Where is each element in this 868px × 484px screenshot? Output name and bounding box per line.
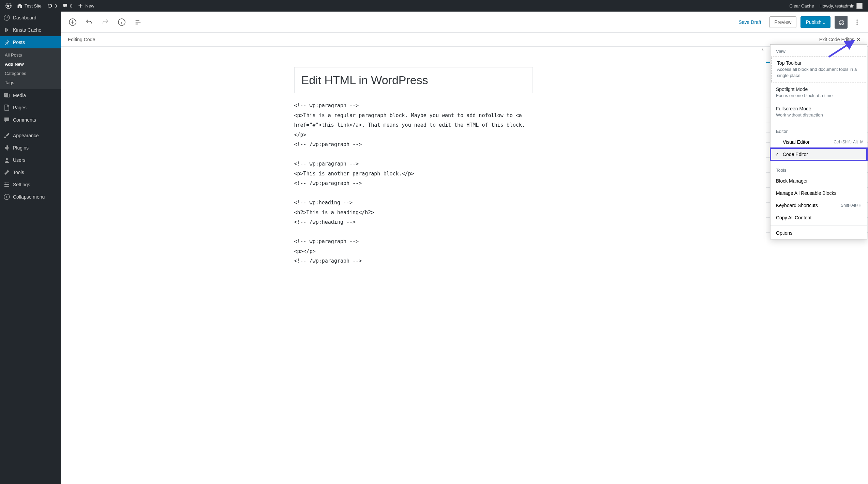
block-manager-option[interactable]: Block Manager [770, 175, 867, 187]
comments-link[interactable]: 0 [60, 0, 75, 12]
site-name-link[interactable]: Test Site [14, 0, 44, 12]
check-icon: ✓ [774, 152, 780, 157]
submenu-all-posts[interactable]: All Posts [0, 50, 61, 60]
spotlight-option[interactable]: Spotlight Mode Focus on one block at a t… [770, 83, 867, 102]
comments-count: 0 [70, 3, 72, 9]
menu-comments[interactable]: Comments [0, 114, 61, 126]
wrench-icon [3, 169, 10, 176]
keyboard-shortcuts-option[interactable]: Keyboard Shortcuts Shift+Alt+H [770, 199, 867, 212]
menu-dashboard[interactable]: Dashboard [0, 12, 61, 24]
admin-bar: Test Site 3 0 New Clear Cache Howdy, tes… [0, 0, 868, 12]
comments-icon [3, 116, 10, 123]
save-draft-button[interactable]: Save Draft [734, 17, 765, 28]
submenu-categories[interactable]: Categories [0, 69, 61, 78]
dashboard-icon [3, 14, 10, 21]
svg-point-2 [6, 158, 8, 160]
view-section-label: View [770, 45, 867, 56]
clear-cache-link[interactable]: Clear Cache [787, 0, 817, 12]
check-icon [774, 139, 780, 145]
menu-pages[interactable]: Pages [0, 102, 61, 114]
new-label: New [85, 3, 94, 9]
editor-header: Save Draft Preview Publish... [61, 12, 868, 33]
menu-media[interactable]: Media [0, 89, 61, 102]
code-textarea[interactable]: <!-- wp:paragraph --> <p>This is a regul… [294, 101, 533, 271]
fullscreen-option[interactable]: Fullscreen Mode Work without distraction [770, 103, 867, 122]
more-menu-button[interactable] [852, 16, 863, 29]
submenu-add-new[interactable]: Add New [0, 60, 61, 69]
collapse-icon [3, 193, 10, 200]
wp-logo[interactable] [3, 0, 14, 12]
info-button[interactable] [116, 16, 128, 28]
top-toolbar-option[interactable]: Top Toolbar Access all block and documen… [772, 57, 866, 82]
code-editor-notice: Editing Code Exit Code Editor [61, 33, 868, 47]
avatar [856, 3, 863, 9]
svg-point-3 [5, 183, 6, 184]
howdy-link[interactable]: Howdy, testadmin [817, 0, 865, 12]
keyboard-shortcut: Shift+Alt+H [841, 203, 862, 208]
menu-plugins[interactable]: Plugins [0, 142, 61, 154]
code-editor-option[interactable]: ✓Code Editor [770, 148, 867, 160]
outline-button[interactable] [132, 16, 144, 28]
menu-kinsta[interactable]: Kinsta Cache [0, 24, 61, 36]
svg-point-10 [856, 21, 858, 23]
undo-button[interactable] [83, 16, 95, 28]
site-name: Test Site [25, 3, 42, 9]
pages-icon [3, 104, 10, 111]
updates-link[interactable]: 3 [44, 0, 60, 12]
posts-submenu: All Posts Add New Categories Tags [0, 48, 61, 89]
keyboard-shortcut: Ctrl+Shift+Alt+M [834, 140, 864, 144]
svg-point-9 [856, 19, 858, 21]
brush-icon [3, 132, 10, 139]
pin-icon [3, 39, 10, 46]
exit-code-editor-button[interactable]: Exit Code Editor [819, 37, 861, 42]
editor: Save Draft Preview Publish... Editing Co… [61, 12, 868, 484]
svg-point-4 [8, 184, 9, 185]
menu-appearance[interactable]: Appearance [0, 129, 61, 142]
svg-point-6 [4, 194, 10, 200]
media-icon [3, 92, 10, 99]
tools-section-label: Tools [770, 163, 867, 175]
preview-button[interactable]: Preview [769, 16, 797, 28]
menu-settings[interactable]: Settings [0, 178, 61, 191]
more-menu-dropdown: View Top Toolbar Access all block and do… [770, 44, 867, 239]
menu-collapse[interactable]: Collapse menu [0, 191, 61, 203]
sliders-icon [3, 181, 10, 188]
updates-count: 3 [55, 3, 57, 9]
scroll-up-icon: ▲ [761, 47, 764, 51]
post-title-input[interactable] [294, 67, 533, 93]
close-icon [856, 37, 861, 42]
admin-sidebar: Dashboard Kinsta Cache Posts All Posts A… [0, 12, 61, 484]
copy-all-option[interactable]: Copy All Content [770, 212, 867, 224]
submenu-tags[interactable]: Tags [0, 78, 61, 87]
plug-icon [3, 144, 10, 151]
settings-toggle-button[interactable] [835, 16, 848, 29]
options-option[interactable]: Options [770, 227, 867, 239]
menu-tools[interactable]: Tools [0, 166, 61, 178]
user-icon [3, 157, 10, 163]
publish-button[interactable]: Publish... [800, 16, 830, 28]
redo-button[interactable] [99, 16, 111, 28]
svg-point-5 [6, 186, 7, 187]
new-link[interactable]: New [75, 0, 97, 12]
kinsta-icon [3, 27, 10, 33]
editor-section-label: Editor [770, 125, 867, 136]
visual-editor-option[interactable]: Visual Editor Ctrl+Shift+Alt+M [770, 136, 867, 148]
editor-content: ▲ <!-- wp:paragraph --> <p>This is a reg… [61, 47, 766, 484]
editing-code-label: Editing Code [68, 37, 95, 42]
add-block-button[interactable] [66, 16, 79, 28]
menu-posts[interactable]: Posts [0, 36, 61, 48]
svg-point-11 [856, 24, 858, 25]
menu-users[interactable]: Users [0, 154, 61, 166]
reusable-blocks-option[interactable]: Manage All Reusable Blocks [770, 187, 867, 199]
